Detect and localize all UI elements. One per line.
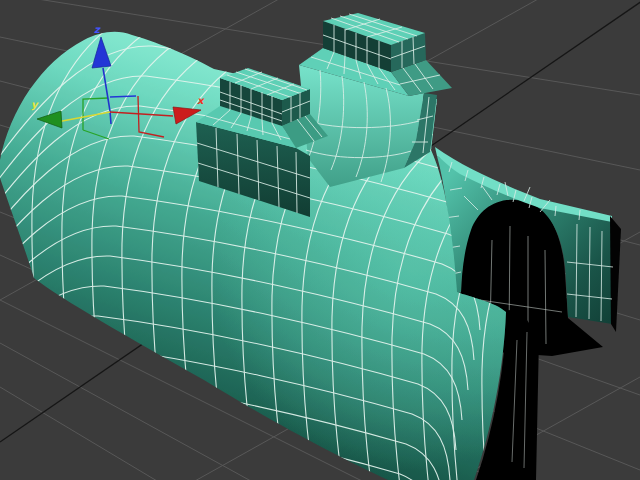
viewport[interactable]: x y z	[0, 0, 640, 480]
viewport-canvas[interactable]: x y z	[0, 0, 640, 480]
